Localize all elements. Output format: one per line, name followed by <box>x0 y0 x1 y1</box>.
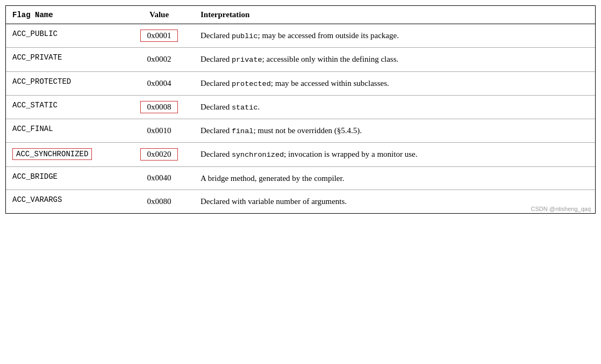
interpretation-cell: Declared public; may be accessed from ou… <box>194 24 595 48</box>
value-cell: 0x0080 <box>124 190 194 213</box>
table-row: ACC_STATIC0x0008Declared static. <box>6 95 595 119</box>
interpretation-cell: A bridge method, generated by the compil… <box>194 166 595 190</box>
value-plain: 0x0010 <box>147 126 171 135</box>
value-cell: 0x0010 <box>124 119 194 143</box>
value-plain: 0x0002 <box>147 55 171 63</box>
value-boxed: 0x0001 <box>140 30 178 42</box>
table-row: ACC_PRIVATE0x0002Declared private; acces… <box>6 48 595 71</box>
value-cell: 0x0004 <box>124 71 194 95</box>
table-row: ACC_FINAL0x0010Declared final; must not … <box>6 119 595 143</box>
value-cell: 0x0001 <box>124 24 194 48</box>
flag-cell: ACC_PUBLIC <box>6 24 124 48</box>
value-cell: 0x0020 <box>124 143 194 166</box>
watermark: CSDN @ntisheng_qaq <box>531 206 591 212</box>
main-table-container: Flag Name Value Interpretation ACC_PUBLI… <box>5 5 596 214</box>
header-flag-name: Flag Name <box>6 6 124 24</box>
flag-cell: ACC_PRIVATE <box>6 48 124 71</box>
flag-cell: ACC_BRIDGE <box>6 166 124 190</box>
flag-cell: ACC_SYNCHRONIZED <box>6 143 124 166</box>
table-row: ACC_BRIDGE0x0040A bridge method, generat… <box>6 166 595 190</box>
interpretation-cell: Declared synchronized; invocation is wra… <box>194 143 595 166</box>
flag-value-boxed: ACC_SYNCHRONIZED <box>12 148 92 160</box>
value-plain: 0x0080 <box>147 197 171 206</box>
value-cell: 0x0008 <box>124 95 194 119</box>
flags-table: Flag Name Value Interpretation ACC_PUBLI… <box>6 6 595 213</box>
value-cell: 0x0002 <box>124 48 194 71</box>
value-boxed: 0x0008 <box>140 101 178 113</box>
table-row: ACC_VARARGS0x0080Declared with variable … <box>6 190 595 213</box>
value-cell: 0x0040 <box>124 166 194 190</box>
table-header-row: Flag Name Value Interpretation <box>6 6 595 24</box>
flag-cell: ACC_PROTECTED <box>6 71 124 95</box>
value-boxed: 0x0020 <box>140 148 178 161</box>
flag-cell: ACC_VARARGS <box>6 190 124 213</box>
interpretation-cell: Declared static. <box>194 95 595 119</box>
interpretation-cell: Declared private; accessible only within… <box>194 48 595 71</box>
flag-cell: ACC_FINAL <box>6 119 124 143</box>
interpretation-cell: Declared protected; may be accessed with… <box>194 71 595 95</box>
interpretation-cell: Declared final; must not be overridden (… <box>194 119 595 143</box>
value-plain: 0x0004 <box>147 79 171 88</box>
table-row: ACC_SYNCHRONIZED0x0020Declared synchroni… <box>6 143 595 166</box>
table-row: ACC_PROTECTED0x0004Declared protected; m… <box>6 71 595 95</box>
header-value: Value <box>124 6 194 24</box>
flag-cell: ACC_STATIC <box>6 95 124 119</box>
table-row: ACC_PUBLIC0x0001Declared public; may be … <box>6 24 595 48</box>
header-interpretation: Interpretation <box>194 6 595 24</box>
value-plain: 0x0040 <box>147 173 171 182</box>
